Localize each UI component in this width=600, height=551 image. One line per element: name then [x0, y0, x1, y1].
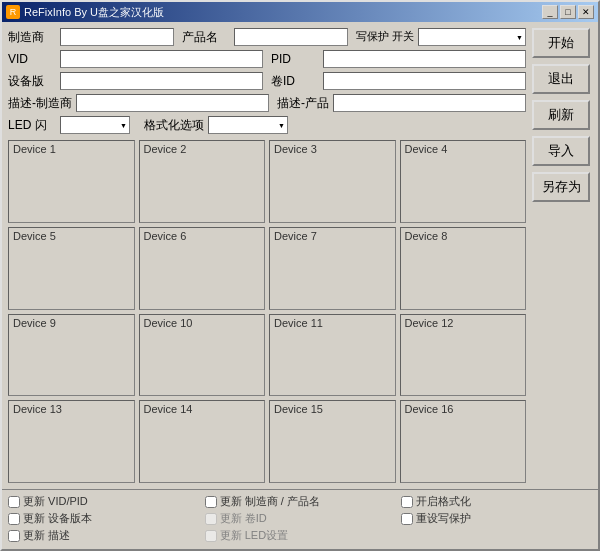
checkbox-label-6: 更新 描述 [23, 528, 70, 543]
import-button[interactable]: 导入 [532, 136, 590, 166]
manufacturer-label: 制造商 [8, 29, 56, 46]
device-box-11[interactable]: Device 11 [269, 314, 396, 397]
devices-grid: Device 1Device 2Device 3Device 4Device 5… [8, 140, 526, 483]
write-protect-select[interactable] [418, 28, 526, 46]
checkbox-label-1: 更新 制造商 / 产品名 [220, 494, 320, 509]
window-title: ReFixInfo By U盘之家汉化版 [24, 5, 164, 20]
format-select[interactable] [208, 116, 288, 134]
device-label-7: Device 7 [274, 230, 391, 242]
device-label-6: Device 6 [144, 230, 261, 242]
pid-label: PID [271, 52, 319, 66]
product-name-label: 产品名 [182, 29, 230, 46]
checkbox-item-0: 更新 VID/PID [8, 494, 199, 509]
refresh-button[interactable]: 刷新 [532, 100, 590, 130]
device-box-14[interactable]: Device 14 [139, 400, 266, 483]
device-version-input[interactable] [60, 72, 263, 90]
device-box-8[interactable]: Device 8 [400, 227, 527, 310]
device-box-5[interactable]: Device 5 [8, 227, 135, 310]
checkbox-item-6: 更新 描述 [8, 528, 199, 543]
checkbox-item-2: 开启格式化 [401, 494, 592, 509]
led-select-wrapper [60, 116, 130, 134]
row-describe: 描述-制造商 描述-产品 [8, 94, 526, 112]
checkbox-item-1: 更新 制造商 / 产品名 [205, 494, 396, 509]
checkbox-item-5: 重设写保护 [401, 511, 592, 526]
exit-button[interactable]: 退出 [532, 64, 590, 94]
device-label-1: Device 1 [13, 143, 130, 155]
checkbox-label-4: 更新 卷ID [220, 511, 267, 526]
checkbox-0[interactable] [8, 496, 20, 508]
checkbox-item-4: 更新 卷ID [205, 511, 396, 526]
describe-product-input[interactable] [333, 94, 526, 112]
checkbox-label-0: 更新 VID/PID [23, 494, 88, 509]
describe-manufacturer-label: 描述-制造商 [8, 95, 72, 112]
device-box-13[interactable]: Device 13 [8, 400, 135, 483]
led-select[interactable] [60, 116, 130, 134]
device-label-16: Device 16 [405, 403, 522, 415]
device-box-7[interactable]: Device 7 [269, 227, 396, 310]
pid-input[interactable] [323, 50, 526, 68]
title-bar-left: R ReFixInfo By U盘之家汉化版 [6, 5, 164, 20]
save-as-button[interactable]: 另存为 [532, 172, 590, 202]
led-flash-label: LED 闪 [8, 117, 56, 134]
bottom-section: 更新 VID/PID更新 制造商 / 产品名开启格式化更新 设备版本更新 卷ID… [2, 489, 598, 549]
row-device-version: 设备版 卷ID [8, 72, 526, 90]
device-label-12: Device 12 [405, 317, 522, 329]
title-bar-buttons: _ □ ✕ [542, 5, 594, 19]
checkbox-2[interactable] [401, 496, 413, 508]
describe-product-label: 描述-产品 [277, 95, 329, 112]
device-label-14: Device 14 [144, 403, 261, 415]
device-label-2: Device 2 [144, 143, 261, 155]
product-name-input[interactable] [234, 28, 348, 46]
device-box-9[interactable]: Device 9 [8, 314, 135, 397]
checkbox-1[interactable] [205, 496, 217, 508]
start-button[interactable]: 开始 [532, 28, 590, 58]
maximize-button[interactable]: □ [560, 5, 576, 19]
device-version-label: 设备版 [8, 73, 56, 90]
minimize-button[interactable]: _ [542, 5, 558, 19]
device-label-4: Device 4 [405, 143, 522, 155]
app-icon: R [6, 5, 20, 19]
checkbox-item-3: 更新 设备版本 [8, 511, 199, 526]
roll-id-input[interactable] [323, 72, 526, 90]
device-box-15[interactable]: Device 15 [269, 400, 396, 483]
row-vid: VID PID [8, 50, 526, 68]
device-box-4[interactable]: Device 4 [400, 140, 527, 223]
device-box-16[interactable]: Device 16 [400, 400, 527, 483]
device-box-2[interactable]: Device 2 [139, 140, 266, 223]
device-label-9: Device 9 [13, 317, 130, 329]
row-led: LED 闪 格式化选项 [8, 116, 526, 134]
format-select-wrapper [208, 116, 288, 134]
row-manufacturer: 制造商 产品名 写保护 开关 [8, 28, 526, 46]
write-protect-select-wrapper [418, 28, 526, 46]
device-label-10: Device 10 [144, 317, 261, 329]
checkbox-6[interactable] [8, 530, 20, 542]
close-button[interactable]: ✕ [578, 5, 594, 19]
checkbox-5[interactable] [401, 513, 413, 525]
roll-id-label: 卷ID [271, 73, 319, 90]
device-box-10[interactable]: Device 10 [139, 314, 266, 397]
content-area: 制造商 产品名 写保护 开关 VID PID 设备版 卷ID [2, 22, 598, 489]
checkbox-label-5: 重设写保护 [416, 511, 471, 526]
vid-label: VID [8, 52, 56, 66]
right-panel: 开始 退出 刷新 导入 另存为 [532, 28, 592, 483]
checkbox-label-2: 开启格式化 [416, 494, 471, 509]
device-box-12[interactable]: Device 12 [400, 314, 527, 397]
checkbox-label-3: 更新 设备版本 [23, 511, 92, 526]
device-label-11: Device 11 [274, 317, 391, 329]
device-label-8: Device 8 [405, 230, 522, 242]
title-bar: R ReFixInfo By U盘之家汉化版 _ □ ✕ [2, 2, 598, 22]
manufacturer-input[interactable] [60, 28, 174, 46]
device-box-6[interactable]: Device 6 [139, 227, 266, 310]
describe-manufacturer-input[interactable] [76, 94, 269, 112]
checkbox-label-7: 更新 LED设置 [220, 528, 288, 543]
checkbox-item-7: 更新 LED设置 [205, 528, 396, 543]
main-window: R ReFixInfo By U盘之家汉化版 _ □ ✕ 制造商 产品名 写保护… [0, 0, 600, 551]
left-panel: 制造商 产品名 写保护 开关 VID PID 设备版 卷ID [8, 28, 526, 483]
checkbox-3[interactable] [8, 513, 20, 525]
device-label-15: Device 15 [274, 403, 391, 415]
vid-input[interactable] [60, 50, 263, 68]
write-protect-label: 写保护 开关 [356, 30, 414, 43]
checkbox-4 [205, 513, 217, 525]
device-box-3[interactable]: Device 3 [269, 140, 396, 223]
device-box-1[interactable]: Device 1 [8, 140, 135, 223]
